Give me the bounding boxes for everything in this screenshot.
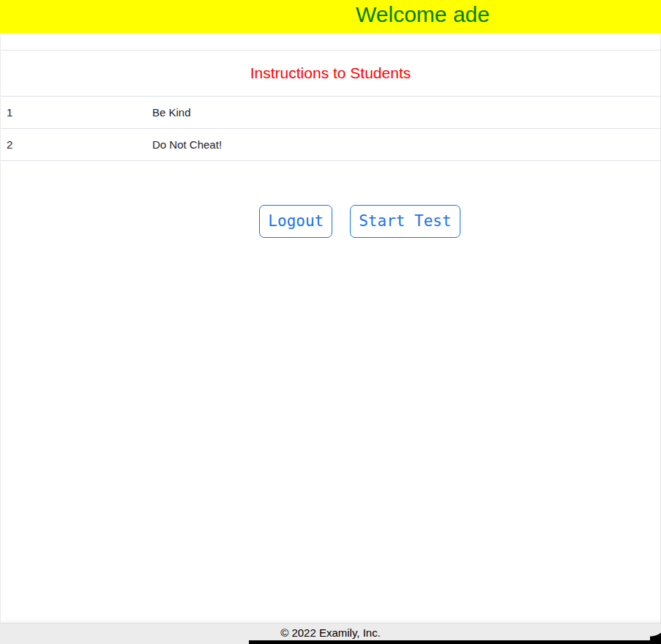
table-row: 1 Be Kind [1,97,660,129]
instructions-table: Instructions to Students 1 Be Kind 2 Do … [1,50,660,161]
copyright-text: © 2022 Examily, Inc. [0,624,661,640]
table-row: 2 Do Not Cheat! [1,129,660,161]
instruction-number: 1 [1,106,147,119]
screen-corner [650,618,661,644]
screen-bottom-edge [249,640,661,644]
instruction-text: Be Kind [147,106,660,119]
page-title: Welcome ade [0,0,661,29]
instruction-text: Do Not Cheat! [147,138,660,151]
start-test-button[interactable]: Start Test [350,205,460,238]
main-content: Instructions to Students 1 Be Kind 2 Do … [0,33,661,624]
instruction-number: 2 [1,138,147,151]
logout-button[interactable]: Logout [259,205,332,238]
welcome-banner: Welcome ade [0,0,661,33]
action-button-group: Logout Start Test [30,205,661,238]
instructions-heading: Instructions to Students [1,50,660,97]
